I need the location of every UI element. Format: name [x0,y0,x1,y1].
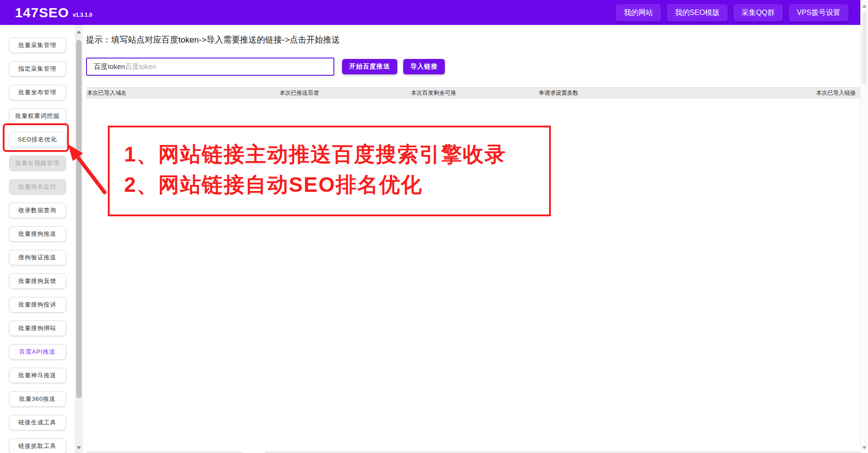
nav-button-1[interactable]: 我的网站 [616,4,661,21]
sidebar-item-8[interactable]: 收录数据查询 [9,203,66,218]
sidebar-scrollbar[interactable] [75,25,83,453]
scroll-down-icon[interactable] [862,446,867,449]
app-version: v1.3.1.0 [72,12,92,18]
sidebar-item-14[interactable]: 百度API推送 [9,344,66,360]
sidebar-scrollbar-thumb[interactable] [76,40,82,398]
sidebar-item-10[interactable]: 搜狗验证推送 [9,250,66,265]
app-logo: 147SEO v1.3.1.0 [15,0,92,25]
import-links-button[interactable]: 导入链接 [403,59,445,74]
table-column-header-5: 本次已导入链接 [816,88,856,99]
sidebar-item-4[interactable]: 批量权重词挖掘 [9,108,66,124]
baidu-token-input[interactable]: 百度token 百度token [86,58,334,76]
sidebar-item-9[interactable]: 批量搜狗推送 [9,226,66,242]
sidebar-item-1[interactable]: 批量采集管理 [9,38,66,53]
app-title: 147SEO [15,5,69,20]
sidebar-item-18[interactable]: 链接抓取工具 [9,438,66,453]
sidebar-item-2[interactable]: 指定采集管理 [9,61,66,77]
token-input-placeholder: 百度token [125,62,156,72]
scroll-up-icon[interactable] [862,5,867,8]
sidebar-item-17[interactable]: 链接生成工具 [9,415,66,430]
header-nav: 我的网站我的SEO模版采集QQ群VPS拨号设置 [616,4,849,21]
table-column-header-1: 本次已导入域名 [87,88,127,99]
annotation-line: 2、网站链接自动SEO排名优化 [124,170,549,200]
push-controls-row: 百度token 百度token 开始百度推送 导入链接 [86,58,445,76]
results-table-header: 本次已导入域名本次已推送百度本次百度剩余可推单请求设置条数本次已导入链接 [86,87,860,98]
nav-button-4[interactable]: VPS拨号设置 [789,4,849,21]
sidebar-item-15[interactable]: 批量神马推送 [9,368,66,383]
annotation-note-box: 1、网站链接主动推送百度搜索引擎收录 2、网站链接自动SEO排名优化 [108,126,551,216]
sidebar-item-13[interactable]: 批量搜狗绑站 [9,321,66,336]
sidebar-item-3[interactable]: 批量发布管理 [9,85,66,100]
token-input-label: 百度token [94,62,125,72]
sidebar-item-6: 批量短视频管理 [9,156,66,171]
table-column-header-2: 本次已推送百度 [280,88,319,99]
app-window: 147SEO v1.3.1.0 我的网站我的SEO模版采集QQ群VPS拨号设置 … [0,0,868,453]
sidebar-item-12[interactable]: 批量搜狗投诉 [9,297,66,312]
start-baidu-push-button[interactable]: 开始百度推送 [342,59,397,74]
table-column-header-3: 本次百度剩余可推 [411,88,456,99]
app-header: 147SEO v1.3.1.0 我的网站我的SEO模版采集QQ群VPS拨号设置 [0,0,860,25]
nav-button-3[interactable]: 采集QQ群 [733,4,783,21]
page-scrollbar[interactable] [860,0,868,453]
sidebar-item-16[interactable]: 批量360推送 [9,391,66,407]
page-scrollbar-thumb[interactable] [862,12,867,84]
sidebar-item-5[interactable]: SEO排名优化 [9,132,66,147]
scroll-up-icon[interactable] [77,30,81,34]
scroll-down-icon[interactable] [77,446,81,449]
table-column-header-4: 单请求设置条数 [539,88,579,99]
annotation-line: 1、网站链接主动推送百度搜索引擎收录 [124,139,549,170]
page-hint: 提示：填写站点对应百度token->导入需要推送的链接->点击开始推送 [86,34,340,45]
nav-button-2[interactable]: 我的SEO模版 [667,4,728,21]
sidebar-menu: 批量采集管理指定采集管理批量发布管理批量权重词挖掘SEO排名优化批量短视频管理批… [0,25,75,453]
sidebar-item-7: 批量排名监控 [9,179,66,195]
sidebar-item-11[interactable]: 批量搜狗反馈 [9,273,66,289]
